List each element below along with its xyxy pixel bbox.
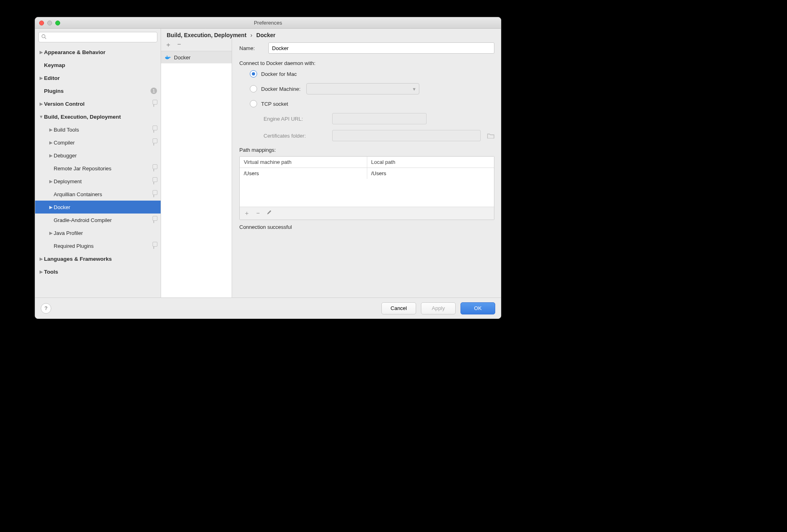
name-label: Name: (239, 45, 263, 51)
project-level-icon (150, 140, 157, 145)
path-mappings-label: Path mappings: (239, 147, 494, 153)
add-server-button[interactable]: ＋ (165, 41, 172, 49)
cell-local-path: /Users (367, 168, 494, 179)
sidebar-item-arquillian-containers[interactable]: Arquillian Containers (35, 188, 161, 201)
sidebar-item-label: Gradle-Android Compiler (54, 217, 150, 223)
radio-icon (250, 100, 257, 107)
chevron-right-icon: ▶ (48, 205, 54, 210)
remove-server-button[interactable]: − (177, 41, 181, 49)
radio-label: Docker Machine: (261, 86, 301, 92)
chevron-right-icon: ▶ (48, 153, 54, 158)
breadcrumb-current: Docker (256, 32, 275, 38)
sidebar-item-build-tools[interactable]: ▶Build Tools (35, 123, 161, 136)
sidebar-item-languages-frameworks[interactable]: ▶Languages & Frameworks (35, 252, 161, 265)
server-item-docker[interactable]: Docker (161, 51, 232, 63)
sidebar-item-label: Debugger (54, 153, 150, 159)
sidebar-item-debugger[interactable]: ▶Debugger (35, 149, 161, 162)
radio-icon (250, 85, 257, 92)
sidebar-item-editor[interactable]: ▶Editor (35, 71, 161, 84)
sidebar-item-gradle-android-compiler[interactable]: Gradle-Android Compiler (35, 214, 161, 226)
name-input[interactable] (268, 42, 494, 54)
chevron-right-icon: ▶ (38, 50, 44, 55)
sidebar-item-label: Deployment (54, 178, 150, 184)
servers-toolbar: ＋ − (161, 38, 232, 51)
chevron-down-icon: ▾ (413, 86, 416, 92)
chevron-right-icon: ▶ (48, 230, 54, 236)
table-toolbar: ＋ − (240, 207, 494, 220)
sidebar-item-version-control[interactable]: ▶Version Control (35, 97, 161, 110)
detail-panel: Name: Connect to Docker daemon with: Doc… (232, 38, 501, 297)
ok-button[interactable]: OK (460, 302, 495, 314)
chevron-right-icon: ▶ (38, 256, 44, 262)
update-badge: 1 (150, 88, 157, 94)
window-title: Preferences (35, 20, 501, 26)
remove-mapping-button[interactable]: − (256, 209, 260, 217)
path-mappings-table: Virtual machine path Local path /Users /… (239, 156, 494, 220)
docker-machine-select[interactable]: ▾ (306, 83, 419, 94)
sidebar-item-deployment[interactable]: ▶Deployment (35, 175, 161, 188)
servers-panel: ＋ − (161, 38, 232, 297)
radio-docker-for-mac[interactable]: Docker for Mac (250, 70, 494, 77)
certs-folder-label: Certificates folder: (264, 133, 328, 139)
sidebar-item-compiler[interactable]: ▶Compiler (35, 136, 161, 149)
servers-list: Docker (161, 51, 232, 297)
folder-icon[interactable] (487, 133, 494, 138)
dialog-body: ▶Appearance & BehaviorKeymap▶EditorPlugi… (35, 29, 501, 297)
engine-api-url-label: Engine API URL: (264, 116, 328, 122)
sidebar-item-java-profiler[interactable]: ▶Java Profiler (35, 226, 161, 239)
sidebar-item-required-plugins[interactable]: Required Plugins (35, 239, 161, 252)
chevron-right-icon: ▶ (38, 75, 44, 81)
engine-api-url-input[interactable] (332, 113, 427, 124)
add-mapping-button[interactable]: ＋ (244, 209, 250, 217)
sidebar-item-label: Version Control (44, 101, 150, 107)
edit-mapping-button[interactable] (266, 209, 272, 217)
project-level-icon (150, 178, 157, 184)
column-header-local-path[interactable]: Local path (367, 157, 494, 168)
sidebar-item-label: Languages & Frameworks (44, 256, 150, 262)
preferences-window: Preferences ▶Appearance & BehaviorKeymap… (35, 17, 501, 319)
cell-vm-path: /Users (240, 168, 367, 179)
sidebar-item-label: Compiler (54, 140, 150, 146)
sidebar: ▶Appearance & BehaviorKeymap▶EditorPlugi… (35, 29, 161, 297)
help-button[interactable]: ? (41, 303, 51, 314)
sidebar-item-tools[interactable]: ▶Tools (35, 265, 161, 278)
sidebar-item-label: Plugins (44, 88, 150, 94)
connect-section-label: Connect to Docker daemon with: (239, 60, 494, 66)
chevron-right-icon: ▶ (38, 269, 44, 274)
sidebar-item-label: Arquillian Containers (54, 191, 150, 197)
radio-icon (250, 70, 257, 77)
radio-label: TCP socket (261, 101, 288, 107)
sidebar-item-label: Keymap (44, 62, 150, 68)
project-level-icon (150, 217, 157, 223)
chevron-right-icon: ▶ (48, 179, 54, 184)
sidebar-item-remote-jar-repositories[interactable]: Remote Jar Repositories (35, 162, 161, 175)
cancel-button[interactable]: Cancel (381, 302, 416, 314)
sidebar-item-label: Editor (44, 75, 150, 81)
server-item-label: Docker (174, 54, 190, 61)
project-level-icon (150, 165, 157, 171)
search-input[interactable] (38, 32, 157, 42)
breadcrumb: Build, Execution, Deployment › Docker (167, 32, 276, 38)
radio-docker-machine[interactable]: Docker Machine: ▾ (250, 83, 494, 94)
sidebar-item-plugins[interactable]: Plugins1 (35, 84, 161, 97)
project-level-icon (150, 127, 157, 132)
sidebar-item-label: Build, Execution, Deployment (44, 114, 150, 120)
svg-point-0 (42, 35, 45, 38)
apply-button[interactable]: Apply (421, 302, 456, 314)
project-level-icon (150, 243, 157, 249)
chevron-right-icon: ▶ (48, 127, 54, 132)
column-header-vm-path[interactable]: Virtual machine path (240, 157, 367, 168)
sidebar-item-docker[interactable]: ▶Docker (35, 201, 161, 214)
certs-folder-input[interactable] (332, 130, 481, 141)
svg-rect-5 (167, 56, 167, 57)
search-icon (41, 34, 48, 40)
sidebar-item-label: Required Plugins (54, 243, 150, 249)
sidebar-item-appearance-behavior[interactable]: ▶Appearance & Behavior (35, 46, 161, 59)
project-level-icon (150, 101, 157, 107)
sidebar-item-keymap[interactable]: Keymap (35, 59, 161, 71)
table-row[interactable]: /Users /Users (240, 168, 494, 179)
chevron-right-icon: ▶ (48, 140, 54, 145)
breadcrumb-parent[interactable]: Build, Execution, Deployment (167, 32, 247, 38)
sidebar-item-build-execution-deployment[interactable]: ▼Build, Execution, Deployment (35, 110, 161, 123)
radio-tcp-socket[interactable]: TCP socket (250, 100, 494, 107)
